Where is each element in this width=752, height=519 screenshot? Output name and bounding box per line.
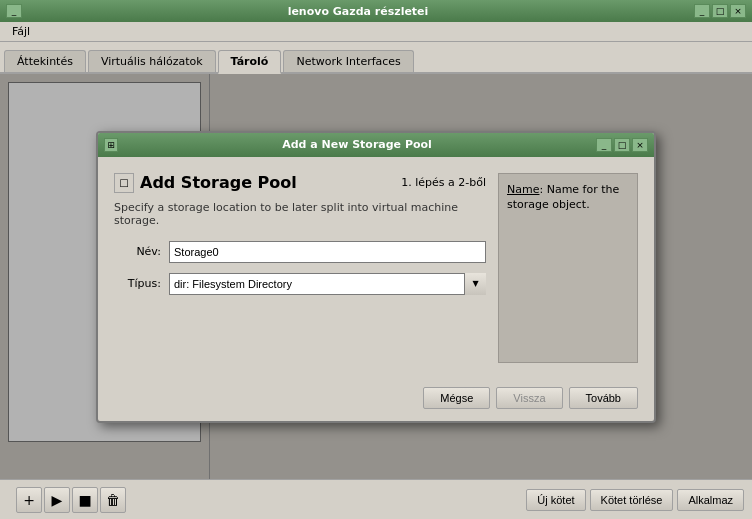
help-name-underline: Name [507, 183, 539, 196]
delete-volume-button[interactable]: Kötet törlése [590, 489, 674, 511]
help-text: Name: Name for the storage object. [507, 182, 629, 213]
tab-bar: Áttekintés Virtuális hálózatok Tároló Ne… [0, 42, 752, 74]
modal-close-btn[interactable]: × [632, 138, 648, 152]
modal-minimize-btn[interactable]: _ [596, 138, 612, 152]
modal-left: □ Add Storage Pool 1. lépés a 2-ből Spec… [114, 173, 486, 363]
name-row: Név: [114, 241, 486, 263]
add-pool-button[interactable]: + [16, 487, 42, 513]
storage-pool-icon: □ [114, 173, 134, 193]
modal-body: □ Add Storage Pool 1. lépés a 2-ből Spec… [98, 157, 654, 379]
modal-overlay: ⊞ Add a New Storage Pool _ □ × □ Add St [0, 74, 752, 479]
window-minimize-btn[interactable]: _ [6, 4, 22, 18]
modal-icon: ⊞ [104, 138, 118, 152]
main-area: ⊞ Add a New Storage Pool _ □ × □ Add St [0, 74, 752, 519]
bottom-left-buttons: + ▶ ■ 🗑 [8, 487, 522, 513]
tab-network[interactable]: Network Interfaces [283, 50, 413, 72]
stop-pool-button[interactable]: ■ [72, 487, 98, 513]
new-volume-button[interactable]: Új kötet [526, 489, 585, 511]
modal-description: Specify a storage location to be later s… [114, 201, 486, 227]
modal-step: 1. lépés a 2-ből [401, 176, 486, 189]
type-select-wrapper: dir: Filesystem Directory nfs: Network F… [169, 273, 486, 295]
name-label: Név: [114, 245, 169, 258]
type-row: Típus: dir: Filesystem Directory nfs: Ne… [114, 273, 486, 295]
add-storage-pool-dialog: ⊞ Add a New Storage Pool _ □ × □ Add St [96, 131, 656, 423]
next-button[interactable]: Tovább [569, 387, 638, 409]
tab-attekintes[interactable]: Áttekintés [4, 50, 86, 72]
modal-footer: Mégse Vissza Tovább [98, 379, 654, 421]
modal-maximize-btn[interactable]: □ [614, 138, 630, 152]
bottom-toolbar: + ▶ ■ 🗑 Új kötet Kötet törlése Alkalmaz [0, 479, 752, 519]
back-button[interactable]: Vissza [496, 387, 562, 409]
modal-controls: _ □ × [596, 138, 648, 152]
content-wrapper: ⊞ Add a New Storage Pool _ □ × □ Add St [0, 74, 752, 479]
modal-help-panel: Name: Name for the storage object. [498, 173, 638, 363]
type-label: Típus: [114, 277, 169, 290]
tab-tarolo[interactable]: Tároló [218, 50, 282, 74]
modal-title: Add a New Storage Pool [118, 138, 596, 151]
apply-button[interactable]: Alkalmaz [677, 489, 744, 511]
window-close-btn[interactable]: × [730, 4, 746, 18]
window-minimize-btn2[interactable]: _ [694, 4, 710, 18]
modal-heading-text: Add Storage Pool [140, 173, 297, 192]
modal-heading: □ Add Storage Pool 1. lépés a 2-ből [114, 173, 486, 193]
name-input[interactable] [169, 241, 486, 263]
file-menu[interactable]: Fájl [4, 23, 38, 40]
modal-titlebar: ⊞ Add a New Storage Pool _ □ × [98, 133, 654, 157]
delete-pool-button[interactable]: 🗑 [100, 487, 126, 513]
cancel-button[interactable]: Mégse [423, 387, 490, 409]
window-titlebar: _ lenovo Gazda részletei _ □ × [0, 0, 752, 22]
type-select[interactable]: dir: Filesystem Directory nfs: Network F… [169, 273, 486, 295]
menu-bar: Fájl [0, 22, 752, 42]
tab-virtualis[interactable]: Virtuális hálózatok [88, 50, 216, 72]
window-maximize-btn[interactable]: □ [712, 4, 728, 18]
window-title: lenovo Gazda részletei [22, 5, 694, 18]
start-pool-button[interactable]: ▶ [44, 487, 70, 513]
